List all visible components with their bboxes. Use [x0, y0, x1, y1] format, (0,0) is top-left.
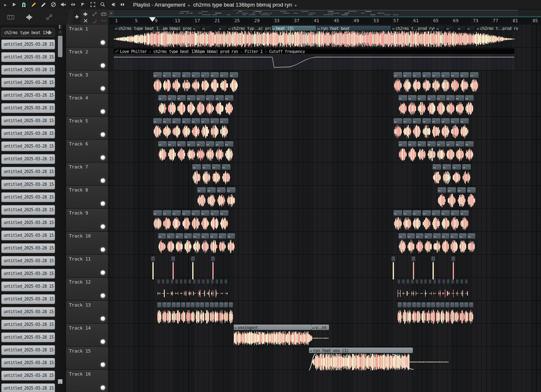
file-item[interactable]: untitled_2025-03-28 15-..	[1, 307, 55, 317]
audio-clips-icon[interactable]	[25, 12, 35, 22]
audio-clip[interactable]	[224, 302, 228, 323]
audio-clip[interactable]	[440, 302, 444, 323]
audio-clip[interactable]: ↦	[432, 210, 440, 231]
audio-clip[interactable]: ↦	[465, 95, 474, 116]
select-icon[interactable]	[88, 0, 98, 9]
scroll-up-button[interactable]: ⌃	[58, 30, 63, 35]
piano-roll-icon[interactable]	[6, 12, 16, 22]
audio-clip[interactable]: ↦	[451, 210, 459, 231]
track-enable-led[interactable]	[101, 40, 105, 45]
file-item[interactable]: untitled_2025-03-28 15-..	[1, 90, 55, 100]
audio-clip[interactable]: ↦	[177, 141, 186, 162]
audio-clip[interactable]	[436, 302, 440, 323]
audio-clip[interactable]	[151, 256, 155, 277]
audio-clip[interactable]	[421, 302, 426, 323]
audio-clip[interactable]	[438, 279, 441, 300]
audio-clip[interactable]: ↦	[467, 233, 475, 254]
file-item[interactable]: untitled_2025-03-28 15-..	[1, 39, 55, 49]
audio-clip[interactable]	[207, 279, 209, 300]
audio-clip[interactable]	[416, 279, 419, 300]
audio-clip[interactable]: ↦	[215, 95, 224, 116]
ramp-tool-icon[interactable]	[90, 17, 99, 24]
link-tool-icon[interactable]	[90, 11, 99, 17]
file-item[interactable]: untitled_2025-03-28 15-..	[1, 383, 55, 392]
audio-clip[interactable]	[181, 302, 185, 323]
audio-clip[interactable]: ↦	[168, 141, 176, 162]
audio-clip[interactable]: ↦	[394, 118, 402, 139]
audio-clip[interactable]: ↦	[201, 118, 209, 139]
audio-clip[interactable]: ↦	[456, 141, 464, 162]
audio-clip[interactable]	[191, 302, 195, 323]
audio-clip[interactable]: ↦	[163, 72, 171, 93]
audio-clip[interactable]	[214, 302, 219, 323]
audio-clip[interactable]	[442, 279, 445, 300]
audio-clip[interactable]: ↦	[206, 95, 214, 116]
playlist-lane[interactable]	[108, 163, 541, 186]
audio-clip[interactable]: ↦	[460, 210, 469, 231]
audio-clip[interactable]: ↦	[450, 233, 458, 254]
audio-clip[interactable]: ↦	[394, 210, 402, 231]
file-item[interactable]: untitled_2025-03-28 15-..	[1, 78, 55, 88]
picker-item-selected[interactable]: ch2rms type beat 13..	[1, 28, 55, 37]
arrangement-icon[interactable]	[117, 0, 127, 9]
audio-clip[interactable]	[216, 279, 219, 300]
file-item[interactable]: untitled_2025-03-28 15-..	[1, 192, 55, 202]
add-tab-button[interactable]: +	[73, 12, 81, 22]
audio-clip[interactable]	[191, 256, 195, 277]
audio-clip[interactable]: ↦	[210, 118, 219, 139]
audio-clip[interactable]: ↦	[422, 118, 431, 139]
file-item[interactable]: untitled_2025-03-28 15-..	[1, 358, 55, 368]
audio-clip[interactable]: ↦	[210, 72, 219, 93]
audio-clip[interactable]	[202, 279, 205, 300]
audio-clip[interactable]: ↦	[442, 233, 449, 254]
audio-clip[interactable]: ↦	[441, 118, 450, 139]
delete-icon[interactable]	[48, 0, 58, 9]
track-header[interactable]: Track 7···	[66, 163, 108, 185]
audio-clip[interactable]: ↦	[412, 118, 421, 139]
audio-clip[interactable]: ↦	[412, 72, 421, 93]
file-item[interactable]: untitled_2025-03-28 15-..	[1, 371, 55, 380]
audio-clip[interactable]	[407, 279, 410, 300]
audio-clip[interactable]: ↦	[445, 25, 455, 31]
audio-clip[interactable]	[407, 302, 411, 323]
audio-clip[interactable]	[445, 302, 449, 323]
mute-icon[interactable]	[58, 0, 68, 9]
timeline-ruler[interactable]: 1591317212529333741454953576165697377818…	[108, 17, 541, 25]
audio-clip[interactable]	[411, 279, 414, 300]
audio-clip[interactable]	[171, 279, 174, 300]
audio-clip[interactable]	[211, 256, 215, 277]
track-enable-led[interactable]	[101, 385, 105, 390]
track-enable-led[interactable]	[101, 109, 105, 114]
sidebar-scrollbar[interactable]: ▌⌃⌄	[58, 25, 63, 392]
audio-clip[interactable]: ↦	[437, 141, 445, 162]
audio-clip[interactable]: ↦	[437, 95, 445, 116]
audio-clip[interactable]: ↦	[465, 141, 474, 162]
playlist-lane[interactable]	[108, 370, 541, 392]
audio-clip[interactable]	[412, 256, 416, 277]
audio-clip[interactable]	[162, 302, 166, 323]
track-enable-led[interactable]	[101, 155, 105, 160]
playback-icon[interactable]	[108, 0, 117, 9]
audio-clip[interactable]: ↦	[172, 72, 181, 93]
audio-clip[interactable]: ↦	[424, 233, 432, 254]
minimap[interactable]: <	[108, 10, 541, 17]
audio-clip[interactable]: ↦	[408, 95, 417, 116]
track-header[interactable]: Track 8···	[66, 186, 108, 208]
audio-clip[interactable]	[166, 279, 169, 300]
audio-clip[interactable]	[162, 279, 165, 300]
audio-clip[interactable]: ↦	[197, 187, 206, 208]
audio-clip[interactable]: ↦	[427, 141, 436, 162]
audio-clip[interactable]: ↦	[201, 25, 212, 31]
track-header[interactable]: Track 15···	[66, 347, 108, 369]
audio-clip[interactable]	[402, 279, 405, 300]
scroll-down-button[interactable]: ⌄	[58, 379, 63, 384]
audio-clip[interactable]: ↦	[212, 164, 221, 185]
audio-clip[interactable]: ↦ch2rms t..prod ryn	[476, 25, 519, 31]
scrollbar-mode-button[interactable]: ▌	[58, 24, 63, 29]
minimap-scroll-left-button[interactable]: <	[108, 10, 114, 16]
audio-clip[interactable]: ↦	[182, 72, 191, 93]
file-item[interactable]: untitled_2025-03-28 15-..	[1, 167, 55, 177]
audio-clip[interactable]: ↦	[207, 187, 216, 208]
audio-clip[interactable]	[186, 302, 190, 323]
audio-clip[interactable]	[403, 302, 407, 323]
